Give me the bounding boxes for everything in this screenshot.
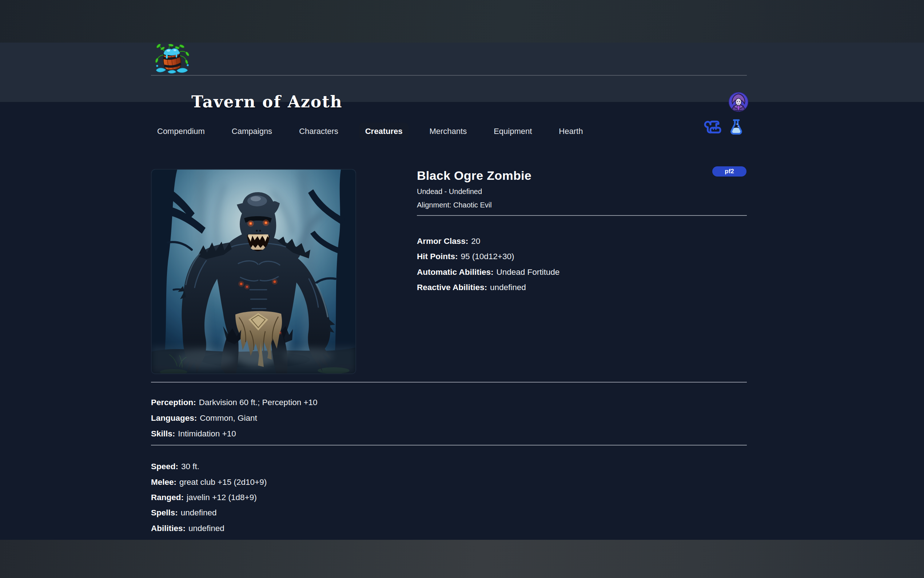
nav-item-merchants[interactable]: Merchants xyxy=(423,123,473,140)
stat-label: Reactive Abilities: xyxy=(417,283,487,292)
stat-automatic-abilities: Automatic Abilities:Undead Fortitude xyxy=(417,267,730,278)
creature-alignment: Alignment: Chaotic Evil xyxy=(417,200,715,209)
stat-label: Languages: xyxy=(151,414,197,422)
nav-item-campaigns[interactable]: Campaigns xyxy=(225,123,278,140)
stat-skills: Skills:Intimidation +10 xyxy=(151,429,587,439)
section-divider xyxy=(151,382,747,383)
system-badge-pf2[interactable]: pf2 xyxy=(712,166,746,177)
nav-item-equipment[interactable]: Equipment xyxy=(487,123,538,140)
user-avatar[interactable] xyxy=(728,92,749,112)
stat-label: Perception: xyxy=(151,398,196,407)
stat-value: javelin +12 (1d8+9) xyxy=(187,493,257,502)
nav-item-compendium[interactable]: Compendium xyxy=(151,123,211,140)
flask-icon[interactable] xyxy=(730,119,743,135)
stat-value: Common, Giant xyxy=(200,414,257,422)
stat-label: Hit Points: xyxy=(417,252,458,261)
stat-value: great club +15 (2d10+9) xyxy=(180,477,267,487)
stat-label: Ranged: xyxy=(151,493,184,502)
stat-value: 20 xyxy=(471,237,480,246)
header-divider xyxy=(151,75,747,76)
stat-label: Automatic Abilities: xyxy=(417,268,493,277)
stat-abilities: Abilities:undefined xyxy=(151,523,587,534)
creature-name: Black Ogre Zombie xyxy=(417,167,672,183)
nav-item-hearth[interactable]: Hearth xyxy=(553,123,589,140)
stat-label: Abilities: xyxy=(151,524,186,533)
stat-label: Melee: xyxy=(151,477,176,487)
stat-value: Darkvision 60 ft.; Perception +10 xyxy=(199,398,317,407)
header-bar: Tavern of Azoth Compendiu xyxy=(0,42,924,102)
stat-value: undefined xyxy=(188,524,225,533)
backdrop-top-band xyxy=(0,0,924,42)
stat-value: undefined xyxy=(181,508,217,517)
stat-value: Intimidation +10 xyxy=(178,429,236,438)
stat-label: Armor Class: xyxy=(417,237,468,246)
main-nav: Compendium Campaigns Characters Creature… xyxy=(151,118,747,144)
stat-reactive-abilities: Reactive Abilities:undefined xyxy=(417,282,730,293)
scroll-icon[interactable] xyxy=(703,120,722,135)
stat-perception: Perception:Darkvision 60 ft.; Perception… xyxy=(151,397,587,408)
nav-item-creatures[interactable]: Creatures xyxy=(359,123,409,140)
site-title: Tavern of Azoth xyxy=(191,91,482,113)
stat-armor-class: Armor Class:20 xyxy=(417,236,730,247)
stat-value: 30 ft. xyxy=(181,462,199,471)
stat-label: Speed: xyxy=(151,462,178,471)
stat-hit-points: Hit Points:95 (10d12+30) xyxy=(417,251,730,262)
stat-value: undefined xyxy=(490,283,526,292)
backdrop-bottom-band xyxy=(0,540,924,578)
creature-type-line: Undead - Undefined xyxy=(417,187,715,196)
nav-item-characters[interactable]: Characters xyxy=(293,123,345,140)
stat-spells: Spells:undefined xyxy=(151,507,587,518)
stat-value: Undead Fortitude xyxy=(496,268,560,277)
stat-label: Skills: xyxy=(151,429,175,438)
creature-artwork xyxy=(152,170,355,373)
section-divider xyxy=(151,445,747,445)
section-divider xyxy=(417,215,747,216)
stat-value: 95 (10d12+30) xyxy=(461,252,515,261)
stat-languages: Languages:Common, Giant xyxy=(151,413,587,424)
tavern-barrel-logo[interactable] xyxy=(155,44,189,75)
stat-label: Spells: xyxy=(151,508,178,517)
stat-ranged: Ranged:javelin +12 (1d8+9) xyxy=(151,492,587,503)
stat-melee: Melee:great club +15 (2d10+9) xyxy=(151,477,587,488)
stat-speed: Speed:30 ft. xyxy=(151,461,587,472)
